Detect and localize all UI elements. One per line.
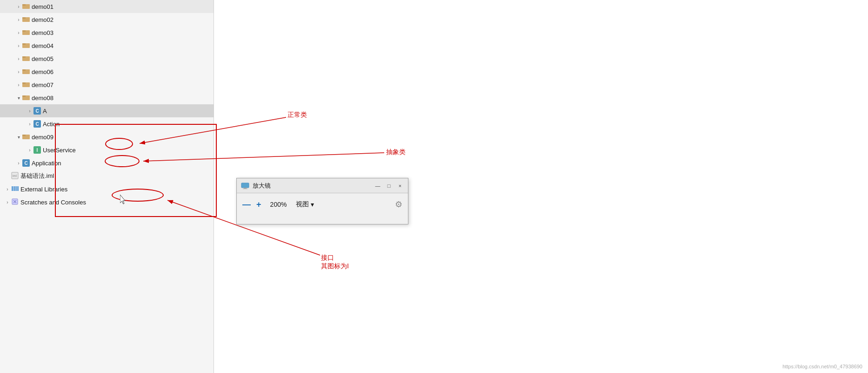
class-c-icon: C — [33, 120, 41, 128]
chevron-demo03[interactable] — [15, 29, 22, 36]
svg-rect-32 — [244, 188, 247, 189]
folder-icon — [22, 2, 30, 11]
chevron-scratches[interactable] — [4, 198, 11, 206]
svg-rect-13 — [22, 82, 26, 84]
annotation-interface: 接口其图标为I — [321, 254, 349, 271]
tree-item-demo06[interactable]: demo06 — [0, 65, 214, 78]
tree-item-label: demo08 — [32, 95, 53, 102]
magnifier-close-btn[interactable]: × — [396, 182, 404, 190]
magnifier-title-icon — [240, 181, 250, 190]
tree-item-demo02[interactable]: demo02 — [0, 13, 214, 26]
tree-item-demo08[interactable]: demo08 — [0, 91, 214, 104]
tree-item-label: demo07 — [32, 81, 53, 88]
svg-rect-33 — [243, 189, 247, 189]
svg-rect-9 — [22, 56, 26, 58]
folder-icon — [22, 68, 30, 76]
svg-rect-15 — [22, 95, 26, 97]
tree-item-label: demo03 — [32, 29, 53, 36]
folder-icon — [22, 94, 30, 102]
view-dropdown[interactable]: 视图 ▾ — [296, 200, 314, 209]
chevron-A[interactable] — [26, 107, 33, 115]
zoom-level-display: 200% — [267, 201, 290, 208]
annotation-abstract-class: 抽象类 — [386, 148, 406, 156]
tree-item-scratches[interactable]: Scratches and Consoles — [0, 196, 214, 209]
tree-item-demo03[interactable]: demo03 — [0, 26, 214, 39]
tree-item-label: demo01 — [32, 3, 53, 10]
view-label: 视图 — [296, 200, 309, 209]
svg-rect-11 — [22, 69, 26, 71]
chevron-ext-lib[interactable] — [4, 185, 11, 193]
chevron-demo09[interactable] — [15, 133, 22, 141]
tree-item-label: demo06 — [32, 68, 53, 75]
folder-icon — [22, 41, 30, 50]
scratches-icon — [11, 198, 19, 207]
tree-item-label: Scratches and Consoles — [20, 199, 86, 206]
svg-rect-7 — [22, 43, 26, 45]
chevron-demo01[interactable] — [15, 3, 22, 10]
tree-item-demo09[interactable]: demo09 — [0, 130, 214, 143]
tree-item-demo04[interactable]: demo04 — [0, 39, 214, 52]
magnifier-settings-btn[interactable]: ⚙ — [395, 199, 402, 210]
tree-item-demo07[interactable]: demo07 — [0, 78, 214, 91]
chevron-UserService[interactable] — [26, 146, 33, 154]
tree-item-demo01[interactable]: demo01 — [0, 0, 214, 13]
chevron-Action[interactable] — [26, 120, 33, 128]
svg-rect-17 — [22, 135, 26, 136]
view-dropdown-arrow: ▾ — [311, 201, 314, 208]
chevron-demo04[interactable] — [15, 42, 22, 49]
tree-item-Action[interactable]: CAction — [0, 117, 214, 130]
tree-item-label: 基础语法.iml — [20, 172, 54, 180]
magnifier-toolbar: — + 200% 视图 ▾ ⚙ — [237, 193, 408, 216]
tree-item-iml[interactable]: iml基础语法.iml — [0, 170, 214, 183]
class-i-icon: I — [33, 146, 41, 154]
svg-rect-31 — [241, 183, 249, 188]
folder-icon — [22, 28, 30, 37]
class-c-icon: C — [33, 107, 41, 115]
chevron-Application[interactable] — [15, 159, 22, 167]
chevron-demo02[interactable] — [15, 16, 22, 23]
magnifier-titlebar: 放大镜 — □ × — [237, 178, 408, 193]
zoom-minus-btn[interactable]: — — [242, 200, 251, 210]
svg-rect-5 — [22, 30, 26, 32]
class-c-icon: C — [22, 159, 30, 167]
tree-item-label: demo09 — [32, 134, 53, 141]
tree-item-label: Action — [43, 121, 60, 128]
tree-item-Application[interactable]: CApplication — [0, 156, 214, 170]
zoom-plus-btn[interactable]: + — [256, 200, 261, 210]
svg-rect-1 — [22, 4, 26, 6]
tree-item-label: demo02 — [32, 16, 53, 23]
magnifier-restore-btn[interactable]: □ — [385, 182, 393, 190]
svg-rect-23 — [17, 186, 19, 191]
svg-text:iml: iml — [13, 174, 17, 177]
chevron-demo08[interactable] — [15, 94, 22, 102]
iml-icon: iml — [11, 172, 19, 181]
chevron-demo07[interactable] — [15, 81, 22, 88]
annotation-normal-class: 正常类 — [287, 111, 307, 119]
magnifier-popup: 放大镜 — □ × — + 200% 视图 ▾ ⚙ — [236, 178, 408, 224]
tree-item-label: UserService — [43, 147, 76, 154]
tree-item-ext-lib[interactable]: External Libraries — [0, 183, 214, 196]
magnifier-title-text: 放大镜 — [253, 182, 374, 190]
tree-item-demo05[interactable]: demo05 — [0, 52, 214, 65]
external-libraries-icon — [11, 185, 19, 194]
svg-rect-21 — [13, 186, 15, 191]
tree-item-label: demo05 — [32, 55, 53, 62]
tree-item-label: demo04 — [32, 42, 53, 49]
svg-rect-22 — [15, 186, 17, 191]
folder-icon — [22, 15, 30, 24]
folder-icon — [22, 54, 30, 63]
svg-rect-20 — [12, 186, 13, 191]
tree-item-A[interactable]: CA — [0, 104, 214, 117]
magnifier-window-controls: — □ × — [374, 182, 404, 190]
project-sidebar: demo01demo02demo03demo04demo05demo06demo… — [0, 0, 214, 373]
tree-item-label: Application — [32, 160, 61, 167]
chevron-demo06[interactable] — [15, 68, 22, 75]
chevron-demo05[interactable] — [15, 55, 22, 62]
folder-icon — [22, 133, 30, 142]
tree-item-label: A — [43, 108, 47, 115]
folder-icon — [22, 81, 30, 89]
url-watermark: https://blog.csdn.net/m0_47938690 — [782, 364, 862, 369]
magnifier-minimize-btn[interactable]: — — [374, 182, 382, 190]
tree-item-UserService[interactable]: IUserService — [0, 143, 214, 156]
tree-item-label: External Libraries — [20, 186, 67, 193]
